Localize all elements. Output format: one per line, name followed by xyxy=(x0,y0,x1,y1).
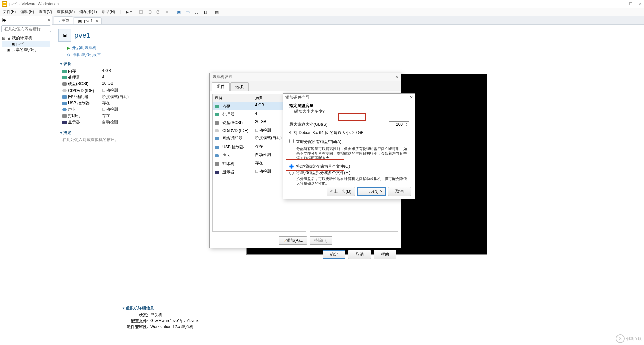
library-search[interactable]: ▾ xyxy=(1,25,51,32)
suspend-button[interactable] xyxy=(137,8,145,16)
wizard-next-button[interactable]: 下一步(N) > xyxy=(357,187,386,196)
usb-icon xyxy=(215,146,219,149)
revert-button[interactable] xyxy=(155,8,162,16)
settings-help-button[interactable]: 帮助 xyxy=(374,250,396,259)
wizard-back-button[interactable]: < 上一步(B) xyxy=(327,187,355,196)
usb-icon xyxy=(62,102,67,105)
view-tile-button[interactable]: ▣ xyxy=(175,8,182,16)
unity-button[interactable]: ◧ xyxy=(201,8,209,16)
highlight-single-file xyxy=(286,159,344,171)
watermark: X 创新互联 xyxy=(616,334,642,343)
power-on-link[interactable]: ▶开启此虚拟机 xyxy=(67,45,638,51)
shield-icon: 🛡 xyxy=(282,238,286,243)
max-disk-spinner[interactable]: ▲▼ xyxy=(389,121,409,127)
window-title: pve1 - VMware Workstation xyxy=(9,2,59,6)
settings-close-button[interactable]: ✕ xyxy=(395,75,398,79)
vm-page: ▣ pve1 ▶开启此虚拟机 ⚙编辑虚拟机设置 设备 内存4 GB 处理器4 硬… xyxy=(52,25,644,334)
library-panel: 库 × ▾ ⊟🖥我的计算机 ▣pve1 ▣共享的虚拟机 xyxy=(0,16,52,334)
wizard-title: 添加硬件向导 xyxy=(285,95,310,100)
max-disk-input[interactable] xyxy=(389,122,404,127)
vm-icon: ▣ xyxy=(77,19,82,23)
watermark-logo-icon: X xyxy=(616,334,625,343)
settings-tab-options[interactable]: 选项 xyxy=(230,82,249,91)
network-icon xyxy=(215,137,219,140)
detail-rows: 状态:已关机 配置文件:G:\VMware\pve1\pve1.vmx 硬件兼容… xyxy=(125,312,199,330)
content-area: ⌂主页 ▣pve1× ▣ pve1 ▶开启此虚拟机 ⚙编辑虚拟机设置 设备 内存… xyxy=(52,16,644,334)
settings-ok-button[interactable]: 确定 xyxy=(323,250,345,259)
library-search-input[interactable] xyxy=(4,26,55,31)
svg-rect-0 xyxy=(139,11,143,13)
close-button[interactable]: ✕ xyxy=(639,2,642,6)
cpu-icon xyxy=(62,76,67,79)
tab-close-icon[interactable]: × xyxy=(96,19,98,23)
disk-icon xyxy=(62,82,67,86)
wizard-cancel-button[interactable]: 取消 xyxy=(388,187,411,196)
app-icon xyxy=(2,1,7,7)
minimize-button[interactable]: ─ xyxy=(620,2,623,6)
gear-icon: ⚙ xyxy=(67,53,71,57)
detail-header[interactable]: 虚拟机详细信息 xyxy=(123,305,199,311)
svg-rect-3 xyxy=(165,11,167,13)
cd-icon xyxy=(215,129,219,132)
display-icon xyxy=(215,171,219,174)
vm-icon: ▣ xyxy=(11,42,15,46)
menu-file[interactable]: 文件(F) xyxy=(3,9,16,15)
library-button[interactable]: ▤ xyxy=(213,8,220,16)
shared-icon: ▣ xyxy=(6,48,11,52)
split-file-radio[interactable] xyxy=(289,171,294,175)
menu-edit[interactable]: 编辑(E) xyxy=(20,9,34,15)
snapshot-button[interactable] xyxy=(146,8,153,16)
settings-title: 虚拟机设置 xyxy=(212,74,232,80)
cd-icon xyxy=(62,89,67,92)
vm-name: pve1 xyxy=(74,31,91,40)
play-icon: ▶ xyxy=(67,46,70,50)
power-on-button[interactable]: ▶▼ xyxy=(125,8,133,16)
settings-cancel-button[interactable]: 取消 xyxy=(348,250,371,259)
memory-icon xyxy=(215,105,219,108)
menu-vm[interactable]: 虚拟机(M) xyxy=(57,9,75,15)
spinner-up[interactable]: ▲ xyxy=(404,122,408,124)
remove-hardware-button[interactable]: 移除(R) xyxy=(310,236,332,245)
split-file-label: 将虚拟磁盘拆分成多个文件(M) xyxy=(296,170,350,176)
allocate-now-checkbox[interactable] xyxy=(289,139,294,143)
recommended-size: 针对 Debian 8.x 64 位 的建议大小: 20 GB xyxy=(289,130,409,136)
display-icon xyxy=(62,121,67,124)
vm-large-icon: ▣ xyxy=(58,29,71,42)
tabbar: ⌂主页 ▣pve1× xyxy=(52,16,644,25)
fullscreen-button[interactable]: ⛶ xyxy=(193,8,200,16)
add-hardware-wizard: 添加硬件向导✕ 指定磁盘容量 磁盘大小为多少? 最大磁盘大小(GB)(S): ▲… xyxy=(283,93,415,199)
tab-home[interactable]: ⌂主页 xyxy=(54,16,73,24)
network-icon xyxy=(62,95,67,99)
disk-icon xyxy=(215,121,219,125)
allocate-note: 分配所有容量可以提高性能，但要求所有物理磁盘空间立即可用。如果不立即分配所有空间… xyxy=(296,146,409,160)
memory-icon xyxy=(62,70,67,73)
wizard-close-button[interactable]: ✕ xyxy=(410,95,413,100)
titlebar: pve1 - VMware Workstation ─ ☐ ✕ xyxy=(0,0,644,8)
menu-help[interactable]: 帮助(H) xyxy=(102,9,115,15)
tree-shared[interactable]: ▣共享的虚拟机 xyxy=(2,47,50,53)
home-icon: ⌂ xyxy=(57,18,60,23)
devices-header[interactable]: 设备 xyxy=(60,61,638,67)
spinner-down[interactable]: ▼ xyxy=(404,124,408,127)
edit-settings-link[interactable]: ⚙编辑虚拟机设置 xyxy=(67,52,638,58)
menu-view[interactable]: 查看(V) xyxy=(39,9,52,15)
tab-pve1[interactable]: ▣pve1× xyxy=(74,17,102,24)
manage-button[interactable] xyxy=(163,8,171,16)
view-console-button[interactable]: ▭ xyxy=(184,8,191,16)
settings-tab-hardware[interactable]: 硬件 xyxy=(212,82,230,91)
printer-icon xyxy=(215,162,219,166)
library-title: 库 xyxy=(2,17,6,23)
library-close-button[interactable]: × xyxy=(48,18,50,22)
sound-icon xyxy=(62,108,67,111)
tree-root[interactable]: ⊟🖥我的计算机 xyxy=(2,35,50,41)
add-hardware-button[interactable]: 🛡添加(A)... xyxy=(279,236,307,245)
svg-rect-4 xyxy=(167,11,169,13)
printer-icon xyxy=(62,114,67,118)
maximize-button[interactable]: ☐ xyxy=(629,2,633,6)
cpu-icon xyxy=(215,113,219,116)
tree-vm-pve1[interactable]: ▣pve1 xyxy=(2,41,50,47)
library-tree: ⊟🖥我的计算机 ▣pve1 ▣共享的虚拟机 xyxy=(0,34,52,54)
wizard-heading: 指定磁盘容量 xyxy=(289,103,409,109)
allocate-now-label: 立即分配所有磁盘空间(A)。 xyxy=(296,139,345,145)
menu-tabs[interactable]: 选项卡(T) xyxy=(79,9,97,15)
